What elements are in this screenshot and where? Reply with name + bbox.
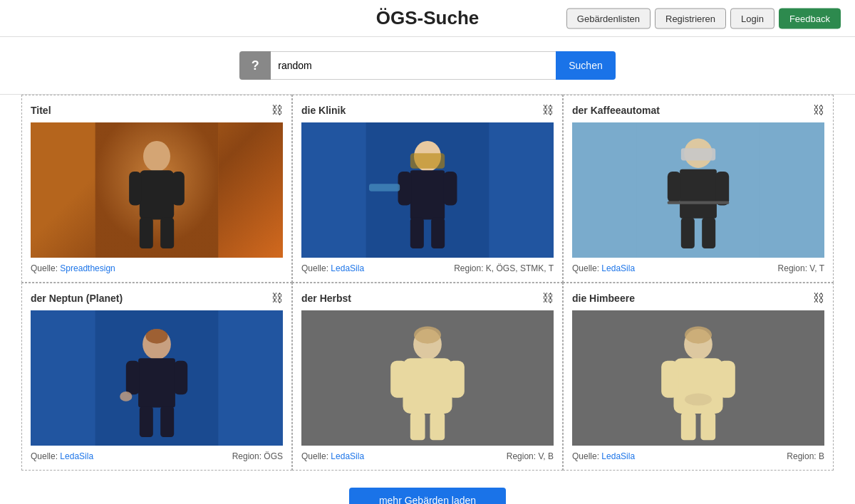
card-image-klinik (301, 122, 554, 258)
card-source-neptun: Quelle: LedaSila (31, 451, 93, 461)
svg-rect-22 (715, 172, 729, 206)
svg-rect-15 (410, 218, 424, 248)
svg-point-28 (145, 329, 167, 344)
card-footer-himbeere: Quelle: LedaSila Region: B (572, 451, 824, 461)
card-link-icon-kaffeeautomat[interactable]: ⛓ (813, 104, 824, 117)
registrieren-button[interactable]: Registrieren (655, 8, 726, 28)
card-title-titel: Titel (31, 105, 51, 116)
svg-point-45 (685, 326, 712, 343)
search-button[interactable]: Suchen (556, 51, 615, 80)
card-link-icon-neptun[interactable]: ⛓ (271, 292, 283, 305)
svg-rect-25 (702, 218, 715, 248)
card-source-link-himbeere[interactable]: LedaSila (601, 451, 635, 461)
svg-rect-50 (681, 412, 696, 440)
svg-rect-24 (681, 218, 695, 248)
load-more-button[interactable]: mehr Gebärden laden (349, 488, 506, 504)
svg-rect-47 (661, 361, 678, 398)
card-region-himbeere: Region: B (787, 451, 824, 461)
card-title-neptun: der Neptun (Planet) (31, 293, 123, 304)
card-himbeere: die Himbeere ⛓ Quelle: LedaSila Region: … (563, 283, 834, 471)
svg-rect-12 (398, 172, 412, 206)
card-image-herbst (301, 310, 554, 446)
card-footer-kaffeeautomat: Quelle: LedaSila Region: V, T (572, 263, 824, 273)
card-title-herbst: der Herbst (301, 293, 351, 304)
svg-rect-39 (390, 361, 408, 398)
card-source-link-herbst[interactable]: LedaSila (331, 451, 364, 461)
card-image-kaffeeautomat (572, 122, 824, 258)
card-header-kaffeeautomat: der Kaffeeautomat ⛓ (572, 104, 824, 117)
gebaerdenlisten-button[interactable]: Gebärdenlisten (566, 8, 651, 28)
svg-point-49 (685, 394, 712, 406)
card-source-link-titel[interactable]: Spreadthesign (60, 263, 115, 273)
card-region-neptun: Region: ÖGS (232, 451, 283, 461)
card-header-himbeere: die Himbeere ⛓ (572, 292, 824, 305)
card-header-klinik: die Klinik ⛓ (301, 104, 554, 117)
svg-rect-34 (160, 406, 174, 437)
svg-rect-13 (443, 172, 457, 206)
card-source-herbst: Quelle: LedaSila (301, 451, 364, 461)
svg-rect-40 (447, 361, 465, 398)
svg-rect-41 (410, 412, 425, 440)
svg-point-37 (414, 326, 441, 343)
card-header-titel: Titel ⛓ (31, 104, 283, 117)
search-question-button[interactable]: ? (239, 51, 271, 80)
svg-rect-20 (680, 169, 717, 219)
svg-rect-38 (403, 358, 452, 414)
card-title-klinik: die Klinik (301, 105, 346, 116)
svg-rect-29 (138, 358, 175, 407)
svg-rect-30 (126, 361, 140, 395)
card-neptun: der Neptun (Planet) ⛓ Quelle: LedaSila R… (21, 283, 292, 471)
card-klinik: die Klinik ⛓ Quelle: LedaSila Region: K,… (292, 95, 563, 283)
svg-rect-7 (160, 218, 174, 248)
svg-rect-33 (140, 406, 153, 437)
svg-rect-10 (410, 153, 445, 169)
svg-rect-14 (369, 184, 400, 191)
card-link-icon-herbst[interactable]: ⛓ (542, 292, 554, 305)
card-kaffeeautomat: der Kaffeeautomat ⛓ Quelle: LedaSila Reg… (563, 95, 834, 283)
card-source-link-kaffeeautomat[interactable]: LedaSila (601, 263, 635, 273)
card-header-herbst: der Herbst ⛓ (301, 292, 554, 305)
card-titel: Titel ⛓ Quelle: Spreadthesign (21, 95, 292, 283)
svg-rect-31 (174, 361, 187, 395)
card-region-kaffeeautomat: Region: V, T (778, 263, 824, 273)
card-header-neptun: der Neptun (Planet) ⛓ (31, 292, 283, 305)
svg-rect-51 (700, 412, 715, 440)
svg-rect-5 (172, 172, 185, 206)
search-input[interactable] (271, 51, 556, 80)
svg-rect-19 (681, 148, 715, 160)
card-source-link-klinik[interactable]: LedaSila (331, 263, 364, 273)
svg-rect-11 (410, 170, 445, 219)
card-source-kaffeeautomat: Quelle: LedaSila (572, 263, 635, 273)
login-button[interactable]: Login (730, 8, 774, 28)
svg-rect-4 (129, 172, 141, 206)
feedback-button[interactable]: Feedback (779, 8, 841, 28)
card-image-neptun (31, 310, 283, 446)
card-link-icon-titel[interactable]: ⛓ (271, 104, 283, 117)
card-image-titel (31, 122, 283, 258)
card-source-link-neptun[interactable]: LedaSila (60, 451, 93, 461)
card-title-himbeere: die Himbeere (572, 293, 635, 304)
search-area: ? Suchen (0, 37, 855, 94)
card-link-icon-himbeere[interactable]: ⛓ (813, 292, 824, 305)
svg-rect-21 (668, 172, 681, 202)
card-herbst: der Herbst ⛓ Quelle: LedaSila Region: V,… (292, 283, 563, 471)
svg-rect-42 (430, 412, 445, 440)
svg-point-32 (120, 392, 132, 401)
card-footer-herbst: Quelle: LedaSila Region: V, B (301, 451, 554, 461)
card-image-himbeere (572, 310, 824, 446)
cards-grid: Titel ⛓ Quelle: Spreadthesign (0, 94, 855, 471)
card-region-klinik: Region: K, ÖGS, STMK, T (454, 263, 554, 273)
card-link-icon-klinik[interactable]: ⛓ (542, 104, 554, 117)
card-source-himbeere: Quelle: LedaSila (572, 451, 635, 461)
svg-rect-23 (668, 201, 729, 204)
svg-rect-16 (431, 218, 445, 248)
header-buttons: Gebärdenlisten Registrieren Login Feedba… (566, 8, 841, 28)
card-footer-klinik: Quelle: LedaSila Region: K, ÖGS, STMK, T (301, 263, 554, 273)
svg-rect-48 (718, 361, 735, 398)
card-footer-titel: Quelle: Spreadthesign (31, 263, 283, 273)
page-title: ÖGS-Suche (376, 7, 479, 29)
svg-rect-3 (140, 170, 174, 219)
card-footer-neptun: Quelle: LedaSila Region: ÖGS (31, 451, 283, 461)
card-title-kaffeeautomat: der Kaffeeautomat (572, 105, 660, 116)
card-source-titel: Quelle: Spreadthesign (31, 263, 115, 273)
